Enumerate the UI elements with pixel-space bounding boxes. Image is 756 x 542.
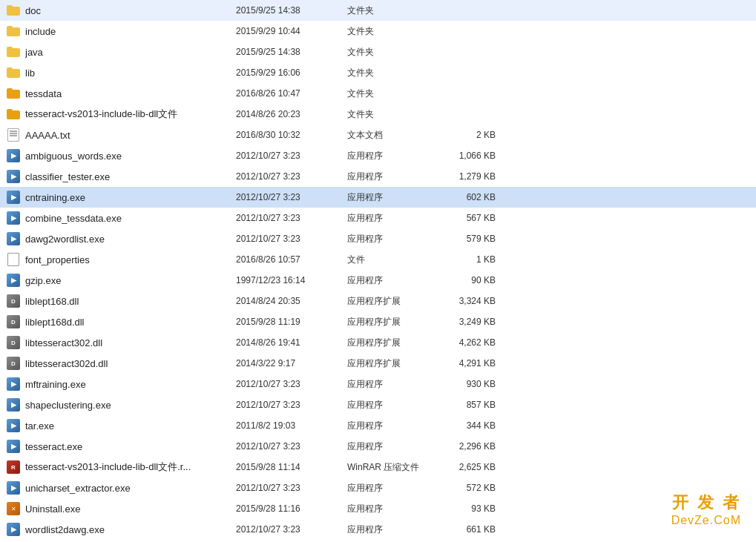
table-row[interactable]: ▶ mftraining.exe 2012/10/27 3:23 应用程序 93… <box>0 374 756 394</box>
file-name-col: font_properties <box>6 252 236 267</box>
table-row[interactable]: AAAAA.txt 2016/8/30 10:32 文本文档 2 KB <box>0 125 756 145</box>
file-icon-container: R <box>6 460 21 475</box>
file-name: libtesseract302d.dll <box>25 358 108 369</box>
table-row[interactable]: ✕ Uninstall.exe 2015/9/28 11:16 应用程序 93 … <box>0 498 756 519</box>
file-date: 2014/8/24 20:35 <box>236 296 347 306</box>
file-icon-container <box>6 44 21 59</box>
file-size: 1,066 KB <box>429 151 496 161</box>
file-name-col: R tesseract-vs2013-include-lib-dll文件.r..… <box>6 460 236 475</box>
folder-icon <box>7 67 20 78</box>
folder-special-icon <box>7 109 20 119</box>
table-row[interactable]: ▶ wordlist2dawg.exe 2012/10/27 3:23 应用程序… <box>0 519 756 540</box>
file-size: 2,625 KB <box>429 462 496 472</box>
file-icon-container <box>6 86 21 101</box>
file-name: liblept168d.dll <box>25 317 85 328</box>
table-row[interactable]: ▶ cntraining.exe 2012/10/27 3:23 应用程序 60… <box>0 187 756 208</box>
file-name: tessdata <box>25 88 62 99</box>
file-type: 应用程序 <box>347 274 429 287</box>
file-name: classifier_tester.exe <box>25 171 110 182</box>
file-name-col: include <box>6 24 236 39</box>
file-name-col: lib <box>6 65 236 80</box>
file-type: 应用程序 <box>347 191 429 204</box>
file-type: 文件夹 <box>347 108 429 121</box>
file-size: 2,296 KB <box>429 441 496 452</box>
file-icon-container: ▶ <box>6 522 21 537</box>
file-date: 1997/12/23 16:14 <box>236 275 347 285</box>
file-icon-container: ✕ <box>6 501 21 516</box>
table-row[interactable]: D libtesseract302.dll 2014/8/26 19:41 应用… <box>0 332 756 353</box>
table-row[interactable]: D liblept168d.dll 2015/9/28 11:19 应用程序扩展… <box>0 311 756 332</box>
exe-icon: ▶ <box>7 440 20 453</box>
file-icon-container <box>6 3 21 18</box>
file-name-col: ▶ tesseract.exe <box>6 439 236 454</box>
table-row[interactable]: ▶ tesseract.exe 2012/10/27 3:23 应用程序 2,2… <box>0 436 756 457</box>
file-date: 2014/8/26 19:41 <box>236 337 347 348</box>
table-row[interactable]: ▶ ambiguous_words.exe 2012/10/27 3:23 应用… <box>0 145 756 166</box>
table-row[interactable]: font_properties 2016/8/26 10:57 文件 1 KB <box>0 249 756 270</box>
file-icon-container: ▶ <box>6 480 21 495</box>
file-name: ambiguous_words.exe <box>25 151 122 162</box>
file-type: 文件夹 <box>347 25 429 38</box>
file-name-col: D libtesseract302d.dll <box>6 356 236 371</box>
file-name-col: ▶ combine_tessdata.exe <box>6 211 236 225</box>
file-name-col: D liblept168d.dll <box>6 314 236 329</box>
file-name: mftraining.exe <box>25 379 86 390</box>
rar-icon: R <box>7 460 20 474</box>
table-row[interactable]: include 2015/9/29 10:44 文件夹 <box>0 21 756 42</box>
folder-special-icon <box>7 88 20 99</box>
file-name: libtesseract302.dll <box>25 337 102 348</box>
file-name-col: ▶ unicharset_extractor.exe <box>6 480 236 495</box>
exe-icon: ▶ <box>7 170 20 183</box>
table-row[interactable]: ▶ gzip.exe 1997/12/23 16:14 应用程序 90 KB <box>0 270 756 291</box>
file-name-col: ▶ dawg2wordlist.exe <box>6 231 236 246</box>
file-icon-container <box>6 65 21 80</box>
file-icon-container <box>6 252 21 267</box>
file-name: cntraining.exe <box>25 192 85 203</box>
file-date: 2015/9/29 16:06 <box>236 67 347 78</box>
table-row[interactable]: java 2015/9/25 14:38 文件夹 <box>0 42 756 62</box>
file-type: 应用程序扩展 <box>347 295 429 308</box>
file-icon-container: D <box>6 314 21 329</box>
table-row[interactable]: ▶ dawg2wordlist.exe 2012/10/27 3:23 应用程序… <box>0 228 756 249</box>
file-icon-container: ▶ <box>6 169 21 184</box>
table-row[interactable]: doc 2015/9/25 14:38 文件夹 <box>0 0 756 21</box>
table-row[interactable]: ▶ unicharset_extractor.exe 2012/10/27 3:… <box>0 477 756 498</box>
txt-icon <box>7 128 19 142</box>
file-icon-container <box>6 24 21 39</box>
file-name: gzip.exe <box>25 275 61 286</box>
file-date: 2012/10/27 3:23 <box>236 234 347 244</box>
file-name-col: ▶ classifier_tester.exe <box>6 169 236 184</box>
exe-icon: ▶ <box>7 149 20 162</box>
table-row[interactable]: ▶ classifier_tester.exe 2012/10/27 3:23 … <box>0 166 756 187</box>
table-row[interactable]: D libtesseract302d.dll 2014/3/22 9:17 应用… <box>0 353 756 374</box>
file-date: 2011/8/2 19:03 <box>236 420 347 431</box>
table-row[interactable]: lib 2015/9/29 16:06 文件夹 <box>0 62 756 83</box>
file-size: 2 KB <box>429 130 496 140</box>
file-list: doc 2015/9/25 14:38 文件夹 include 2015/9/2… <box>0 0 756 540</box>
file-size: 602 KB <box>429 192 496 202</box>
exe-icon: ▶ <box>7 377 20 391</box>
file-size: 93 KB <box>429 503 496 514</box>
folder-icon <box>7 5 20 16</box>
file-date: 2012/10/27 3:23 <box>236 483 347 493</box>
file-icon-container: ▶ <box>6 190 21 205</box>
file-date: 2015/9/25 14:38 <box>236 5 347 16</box>
file-size: 90 KB <box>429 275 496 285</box>
file-size: 3,249 KB <box>429 317 496 327</box>
file-date: 2014/8/26 20:23 <box>236 109 347 119</box>
table-row[interactable]: D liblept168.dll 2014/8/24 20:35 应用程序扩展 … <box>0 291 756 311</box>
table-row[interactable]: ▶ tar.exe 2011/8/2 19:03 应用程序 344 KB <box>0 415 756 436</box>
file-type: 应用程序 <box>347 399 429 412</box>
file-date: 2014/3/22 9:17 <box>236 358 347 369</box>
file-date: 2015/9/25 14:38 <box>236 47 347 57</box>
table-row[interactable]: tesseract-vs2013-include-lib-dll文件 2014/… <box>0 104 756 125</box>
exe-icon: ▶ <box>7 523 20 536</box>
table-row[interactable]: tessdata 2016/8/26 10:47 文件夹 <box>0 83 756 104</box>
file-type: 文件夹 <box>347 67 429 79</box>
table-row[interactable]: ▶ shapeclustering.exe 2012/10/27 3:23 应用… <box>0 394 756 415</box>
file-type: 应用程序扩展 <box>347 337 429 349</box>
table-row[interactable]: R tesseract-vs2013-include-lib-dll文件.r..… <box>0 457 756 477</box>
dll-icon: D <box>7 336 20 349</box>
table-row[interactable]: ▶ combine_tessdata.exe 2012/10/27 3:23 应… <box>0 208 756 228</box>
file-type: 文件夹 <box>347 46 429 59</box>
